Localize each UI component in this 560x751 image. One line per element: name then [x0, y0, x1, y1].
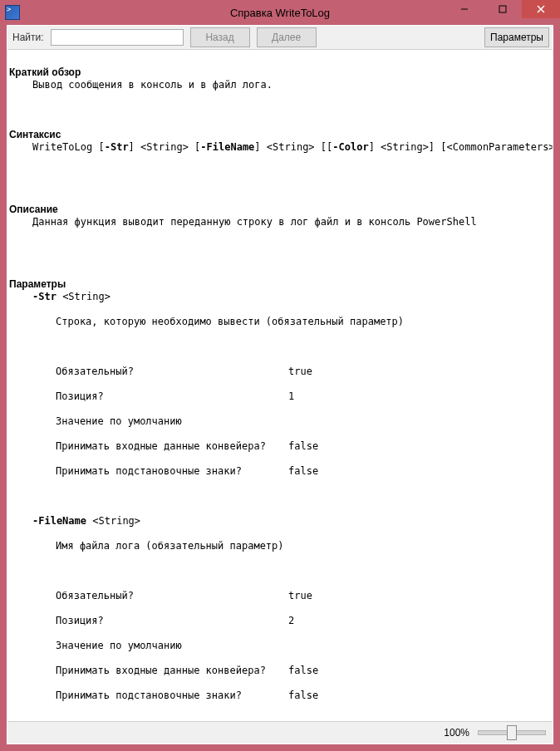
param-filename-desc: Имя файла лога (обязательный параметр)	[9, 540, 551, 552]
app-icon	[5, 5, 20, 20]
param-str-position: Позиция?1	[9, 390, 551, 403]
titlebar: Справка WriteToLog	[0, 0, 560, 25]
param-filename-pipeline: Принимать входные данные конвейера?false	[9, 665, 551, 677]
parameters-button[interactable]: Параметры	[484, 27, 549, 47]
param-str-wildcard: Принимать подстановочные знаки?false	[9, 465, 551, 478]
minimize-button[interactable]	[445, 0, 484, 18]
overview-text: Вывод сообщения в консоль и в файл лога.	[9, 79, 551, 91]
find-label: Найти:	[11, 32, 44, 43]
param-filename-wildcard: Принимать подстановочные знаки?false	[9, 690, 551, 702]
svg-rect-1	[499, 6, 506, 12]
param-str-default: Значение по умолчанию	[9, 415, 551, 428]
param-str-pipeline: Принимать входные данные конвейера?false	[9, 440, 551, 453]
param-filename-required: Обязательный?true	[9, 590, 551, 602]
toolbar: Найти: Назад Далее Параметры	[7, 26, 553, 50]
param-str-required: Обязательный?true	[9, 366, 551, 378]
param-str-desc: Строка, которую необходимо вывести (обяз…	[9, 316, 551, 328]
next-button[interactable]: Далее	[257, 27, 317, 47]
section-params-head: Параметры	[9, 278, 66, 290]
section-syntax-head: Синтаксис	[9, 129, 61, 140]
find-input[interactable]	[51, 29, 184, 46]
maximize-button[interactable]	[484, 0, 522, 18]
back-button[interactable]: Назад	[190, 27, 250, 47]
desc-text: Данная функция выводит переданную строку…	[9, 216, 551, 228]
zoom-label: 100%	[444, 727, 469, 739]
section-desc-head: Описание	[9, 204, 58, 215]
param-str-head: -Str <String>	[9, 291, 551, 303]
section-overview-head: Краткий обзор	[9, 66, 81, 78]
close-button[interactable]	[522, 0, 560, 18]
zoom-thumb[interactable]	[507, 725, 517, 740]
param-filename-position: Позиция?2	[9, 615, 551, 627]
param-filename-head: -FileName <String>	[9, 515, 551, 528]
syntax-text: WriteToLog [-Str] <String> [-FileName] <…	[9, 141, 551, 154]
help-content: Краткий обзор Вывод сообщения в консоль …	[7, 49, 553, 722]
zoom-slider[interactable]	[478, 730, 546, 735]
statusbar: 100%	[7, 721, 553, 744]
param-filename-default: Значение по умолчанию	[9, 640, 551, 652]
